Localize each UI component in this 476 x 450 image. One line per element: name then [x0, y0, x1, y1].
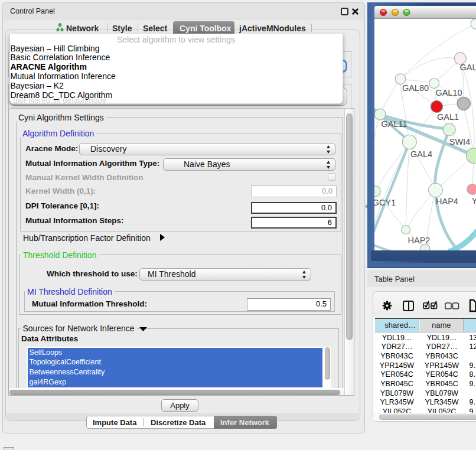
svg-text:HAP4: HAP4 — [436, 196, 458, 206]
svg-text:GAL7: GAL7 — [459, 62, 476, 71]
svg-text:HAP2: HAP2 — [407, 235, 430, 244]
svg-text:SWI4: SWI4 — [449, 137, 470, 146]
svg-text:GAL4: GAL4 — [410, 149, 432, 159]
svg-text:Y: Y — [471, 196, 476, 206]
svg-text:GAL11: GAL11 — [381, 119, 407, 128]
svg-text:GCY1: GCY1 — [374, 198, 396, 207]
svg-text:GAL1: GAL1 — [436, 112, 458, 122]
svg-text:GAL80: GAL80 — [402, 83, 428, 93]
svg-text:GAL10: GAL10 — [435, 87, 462, 97]
